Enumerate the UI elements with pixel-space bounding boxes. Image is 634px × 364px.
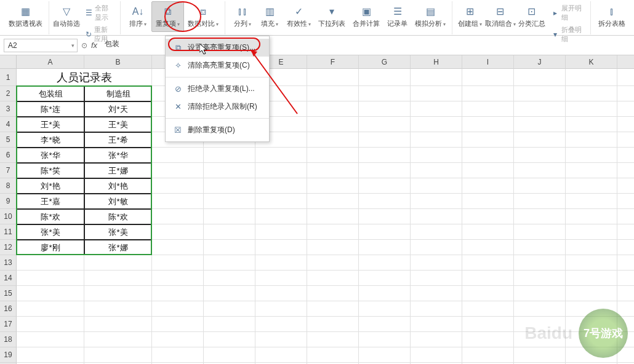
cell-A1[interactable]: 人员记录表 — [17, 69, 152, 86]
cell-G10[interactable] — [359, 209, 411, 224]
cell-B4[interactable]: 王*美 — [84, 117, 152, 132]
cell-J5[interactable] — [514, 132, 566, 148]
cell-A7[interactable]: 陈*笑 — [17, 163, 84, 178]
cell-F7[interactable] — [307, 163, 359, 178]
cell-H19[interactable] — [411, 347, 462, 363]
cell-A9[interactable]: 王*嘉 — [17, 194, 84, 209]
cell-E17[interactable] — [255, 317, 307, 332]
cell-D15[interactable] — [204, 286, 255, 301]
cell-B17[interactable] — [84, 317, 152, 332]
cell-E18[interactable] — [255, 332, 307, 347]
cell-G7[interactable] — [359, 163, 411, 178]
cell-H16[interactable] — [411, 301, 462, 317]
cell-C6[interactable] — [152, 148, 204, 163]
cell-I2[interactable] — [462, 86, 514, 101]
cell-B6[interactable]: 张*华 — [84, 148, 152, 163]
cell-F8[interactable] — [307, 178, 359, 194]
cell-H10[interactable] — [411, 209, 462, 224]
texttocol-button[interactable]: ⫿⫿ 分列 — [229, 1, 256, 32]
cell-L3[interactable] — [617, 101, 634, 117]
duplicates-button[interactable]: ⧉ 重复项 — [151, 1, 184, 32]
cell-G3[interactable] — [359, 101, 411, 117]
cell-B18[interactable] — [84, 332, 152, 347]
cell-L9[interactable] — [617, 194, 634, 209]
cell-F16[interactable] — [307, 301, 359, 317]
col-header-L[interactable]: L — [617, 55, 634, 69]
whatif-button[interactable]: ▤ 模拟分析 — [411, 1, 449, 32]
row-header-3[interactable]: 3 — [0, 101, 17, 117]
cell-C7[interactable] — [152, 163, 204, 178]
cell-J4[interactable] — [514, 117, 566, 132]
cell-A12[interactable]: 廖*刚 — [17, 240, 84, 255]
row-header-19[interactable]: 19 — [0, 347, 17, 363]
cell-I4[interactable] — [462, 117, 514, 132]
cell-I14[interactable] — [462, 271, 514, 286]
row-header-17[interactable]: 17 — [0, 317, 17, 332]
cell-I17[interactable] — [462, 317, 514, 332]
cell-H18[interactable] — [411, 332, 462, 347]
cell-F13[interactable] — [307, 255, 359, 271]
row-header-9[interactable]: 9 — [0, 194, 17, 209]
cell-F12[interactable] — [307, 240, 359, 255]
cell-H6[interactable] — [411, 148, 462, 163]
cell-H17[interactable] — [411, 317, 462, 332]
cell-I6[interactable] — [462, 148, 514, 163]
cell-H5[interactable] — [411, 132, 462, 148]
cell-D17[interactable] — [204, 317, 255, 332]
cell-J15[interactable] — [514, 286, 566, 301]
cell-B19[interactable] — [84, 347, 152, 363]
cell-C12[interactable] — [152, 240, 204, 255]
cell-H15[interactable] — [411, 286, 462, 301]
row-header-10[interactable]: 10 — [0, 209, 17, 224]
cell-D12[interactable] — [204, 240, 255, 255]
cell-A15[interactable] — [17, 286, 84, 301]
cell-E10[interactable] — [255, 209, 307, 224]
cell-H9[interactable] — [411, 194, 462, 209]
cell-D9[interactable] — [204, 194, 255, 209]
cell-B3[interactable]: 刘*天 — [84, 101, 152, 117]
cell-L5[interactable] — [617, 132, 634, 148]
cell-C18[interactable] — [152, 332, 204, 347]
cell-H3[interactable] — [411, 101, 462, 117]
col-header-G[interactable]: G — [359, 55, 411, 69]
cell-J12[interactable] — [514, 240, 566, 255]
cell-J2[interactable] — [514, 86, 566, 101]
cell-D13[interactable] — [204, 255, 255, 271]
cell-I8[interactable] — [462, 178, 514, 194]
cell-L13[interactable] — [617, 255, 634, 271]
cell-G18[interactable] — [359, 332, 411, 347]
cell-C17[interactable] — [152, 317, 204, 332]
cell-J1[interactable] — [514, 69, 566, 86]
col-header-B[interactable]: B — [84, 55, 152, 69]
cell-C15[interactable] — [152, 286, 204, 301]
cell-G8[interactable] — [359, 178, 411, 194]
row-header-8[interactable]: 8 — [0, 178, 17, 194]
cell-A5[interactable]: 李*晓 — [17, 132, 84, 148]
cell-C16[interactable] — [152, 301, 204, 317]
cell-I18[interactable] — [462, 332, 514, 347]
validation-button[interactable]: ✓ 有效性 — [283, 1, 315, 32]
cell-D11[interactable] — [204, 224, 255, 240]
cell-G15[interactable] — [359, 286, 411, 301]
cell-A18[interactable] — [17, 332, 84, 347]
row-header-1[interactable]: 1 — [0, 69, 17, 86]
cell-A19[interactable] — [17, 347, 84, 363]
cell-G11[interactable] — [359, 224, 411, 240]
consolidate-button[interactable]: ▣ 合并计算 — [349, 1, 383, 32]
cell-I5[interactable] — [462, 132, 514, 148]
cell-B15[interactable] — [84, 286, 152, 301]
cell-L15[interactable] — [617, 286, 634, 301]
cell-I15[interactable] — [462, 286, 514, 301]
cell-A11[interactable]: 张*美 — [17, 224, 84, 240]
cell-K11[interactable] — [566, 224, 617, 240]
cell-H13[interactable] — [411, 255, 462, 271]
cell-I3[interactable] — [462, 101, 514, 117]
cell-H1[interactable] — [411, 69, 462, 86]
cell-C19[interactable] — [152, 347, 204, 363]
row-header-2[interactable]: 2 — [0, 86, 17, 101]
cell-B5[interactable]: 王*希 — [84, 132, 152, 148]
cell-H14[interactable] — [411, 271, 462, 286]
cell-F17[interactable] — [307, 317, 359, 332]
cell-L14[interactable] — [617, 271, 634, 286]
cell-J9[interactable] — [514, 194, 566, 209]
